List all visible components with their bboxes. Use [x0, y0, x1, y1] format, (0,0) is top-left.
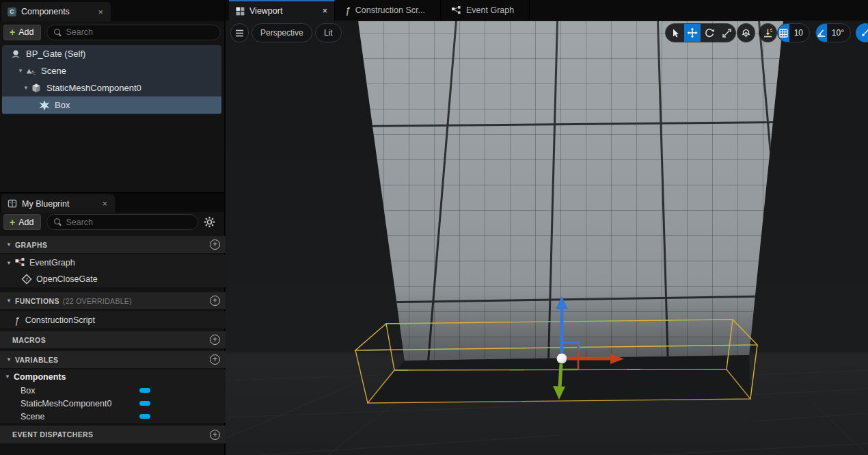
close-icon[interactable]: ×: [323, 6, 327, 16]
row-variable-box[interactable]: Box: [0, 384, 226, 397]
functions-header-label: FUNCTIONS: [15, 297, 59, 305]
search-icon: [54, 29, 62, 36]
chevron-down-icon[interactable]: ▼: [5, 298, 12, 304]
rotation-snap-value[interactable]: 10°: [827, 28, 850, 38]
components-search-input[interactable]: [66, 27, 213, 37]
actor-icon: [10, 49, 22, 60]
event-graph-icon: [14, 257, 26, 268]
components-search[interactable]: [46, 25, 221, 40]
chevron-down-icon[interactable]: ▼: [5, 356, 12, 363]
grid-snap-value[interactable]: 10: [789, 28, 809, 38]
construction-script-tab-icon: ƒ: [345, 5, 351, 16]
macros-section-header[interactable]: MACROS +: [0, 331, 226, 348]
variables-section-header[interactable]: ▼ VARIABLES +: [0, 351, 226, 368]
row-variable-scene[interactable]: Scene: [0, 410, 226, 423]
tab-viewport[interactable]: Viewport ×: [229, 0, 335, 21]
rotate-icon: [704, 27, 715, 38]
myblueprint-search-input[interactable]: [66, 218, 191, 227]
construction-script-label: ConstructionScript: [25, 315, 95, 325]
tree-row-bp-gate[interactable]: BP_Gate (Self): [2, 45, 221, 62]
row-event-graph[interactable]: ▼ EventGraph: [0, 255, 226, 271]
grid-snap-group: 10: [777, 23, 810, 42]
cursor-icon: [670, 28, 680, 38]
camera-mode-button[interactable]: Perspective: [252, 23, 312, 42]
move-tool-button[interactable]: [684, 23, 701, 42]
add-variable-icon[interactable]: +: [210, 354, 220, 365]
add-macro-icon[interactable]: +: [210, 335, 220, 345]
add-function-icon[interactable]: +: [210, 296, 220, 306]
event-dispatchers-header-label: EVENT DISPATCHERS: [12, 430, 93, 439]
box-collision-icon: [39, 100, 51, 111]
gizmo-z-arrowhead[interactable]: [556, 296, 568, 309]
my-blueprint-tab-label: My Blueprint: [22, 199, 69, 209]
add-label: Add: [18, 27, 33, 37]
move-icon: [687, 27, 698, 38]
chevron-down-icon[interactable]: ▼: [5, 260, 12, 266]
row-variable-staticmesh[interactable]: StaticMeshComponent0: [0, 397, 226, 410]
myblueprint-search[interactable]: [46, 214, 198, 230]
add-component-button[interactable]: + Add: [3, 25, 41, 40]
add-graph-icon[interactable]: +: [210, 239, 220, 250]
graphs-header-label: GRAPHS: [15, 241, 47, 249]
graphs-section-header[interactable]: ▼ GRAPHS +: [0, 236, 226, 253]
custom-event-icon: f: [21, 274, 33, 285]
tab-event-graph[interactable]: Event Graph: [444, 0, 530, 21]
gizmo-center-sphere[interactable]: [557, 354, 567, 364]
close-icon[interactable]: ×: [100, 198, 109, 209]
open-close-gate-label: OpenCloseGate: [36, 274, 98, 284]
variable-label: StaticMeshComponent0: [21, 399, 111, 408]
rotation-snap-toggle-button[interactable]: [816, 23, 827, 42]
event-dispatchers-section-header[interactable]: EVENT DISPATCHERS +: [0, 426, 226, 443]
left-dock: C Components × + Add BP_Gate (Self) ▼ C …: [0, 0, 226, 455]
lit-label: Lit: [316, 28, 341, 38]
gear-icon[interactable]: [204, 216, 215, 228]
variable-label: Scene: [21, 412, 44, 421]
add-label: Add: [18, 218, 33, 227]
gizmo-y-axis-arrow[interactable]: [560, 364, 561, 388]
components-tree: BP_Gate (Self) ▼ C Scene ▼ StaticMeshCom…: [2, 45, 221, 114]
my-blueprint-tab-icon: [8, 199, 17, 208]
transform-tools-group: [665, 23, 736, 42]
functions-overridable-note: (22 OVERRIDABLE): [63, 297, 132, 305]
tree-label: BP_Gate (Self): [26, 49, 85, 59]
grid-snap-toggle-button[interactable]: [778, 23, 789, 42]
tree-row-box[interactable]: Box: [2, 96, 221, 114]
components-toolbar: + Add: [0, 23, 224, 42]
select-tool-button[interactable]: [666, 23, 684, 42]
scale-tool-button[interactable]: [718, 23, 736, 42]
search-icon: [54, 218, 62, 226]
close-icon[interactable]: ×: [96, 7, 105, 17]
chevron-down-icon[interactable]: ▼: [5, 242, 12, 248]
perspective-label: Perspective: [252, 28, 312, 38]
row-open-close-gate[interactable]: f OpenCloseGate: [0, 271, 226, 287]
tree-row-staticmesh[interactable]: ▼ StaticMeshComponent0: [2, 79, 221, 96]
view-mode-button[interactable]: Lit: [315, 23, 342, 42]
tree-row-scene[interactable]: ▼ C Scene: [2, 62, 221, 79]
variable-type-pill: [139, 414, 150, 419]
tab-construction-script[interactable]: ƒ Construction Scr...: [338, 0, 441, 21]
static-mesh-icon: [31, 83, 42, 94]
tree-label: Box: [55, 100, 70, 110]
row-construction-script[interactable]: ƒ ConstructionScript: [0, 311, 226, 328]
variable-type-pill: [139, 401, 150, 406]
plus-icon: +: [10, 27, 15, 37]
tab-components[interactable]: C Components ×: [1, 2, 111, 21]
tab-my-blueprint[interactable]: My Blueprint ×: [1, 194, 115, 213]
functions-section-header[interactable]: ▼ FUNCTIONS (22 OVERRIDABLE) +: [0, 292, 226, 309]
row-components-category[interactable]: ▼ Components: [0, 369, 226, 384]
rotate-tool-button[interactable]: [701, 23, 718, 42]
tree-label: Scene: [41, 66, 66, 76]
viewport-3d-scene[interactable]: Perspective Lit: [226, 21, 868, 455]
add-blueprint-item-button[interactable]: + Add: [3, 214, 41, 230]
viewport-tab-label: Viewport: [249, 6, 282, 16]
surface-snapping-button[interactable]: [759, 23, 777, 42]
svg-text:f: f: [26, 276, 28, 283]
add-event-dispatcher-icon[interactable]: +: [210, 430, 220, 440]
chevron-down-icon[interactable]: ▼: [4, 374, 11, 380]
viewport-options-button[interactable]: [230, 23, 249, 42]
chevron-down-icon[interactable]: ▼: [23, 85, 29, 91]
world-local-toggle-button[interactable]: [737, 23, 755, 42]
scene-component-icon: C: [25, 66, 37, 77]
event-graph-tab-icon: [451, 5, 461, 15]
chevron-down-icon[interactable]: ▼: [17, 68, 24, 74]
